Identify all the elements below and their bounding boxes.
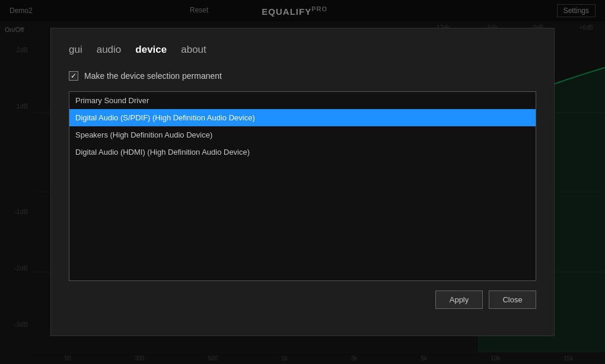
tab-device[interactable]: device: [135, 43, 167, 57]
permanent-selection-label: Make the device selection permanent: [84, 71, 222, 81]
device-item-spdif[interactable]: Digital Audio (S/PDIF) (High Definition …: [69, 109, 536, 126]
apply-button[interactable]: Apply: [435, 290, 483, 309]
device-item-hdmi[interactable]: Digital Audio (HDMI) (High Definition Au…: [69, 143, 536, 161]
tab-navigation: gui audio device about: [69, 43, 536, 57]
device-item-primary[interactable]: Primary Sound Driver: [69, 92, 536, 109]
permanent-selection-checkbox[interactable]: [69, 71, 78, 81]
settings-modal: gui audio device about Make the device s…: [50, 28, 555, 336]
device-list[interactable]: Primary Sound Driver Digital Audio (S/PD…: [69, 91, 536, 281]
modal-footer: Apply Close: [69, 290, 536, 309]
device-item-speakers[interactable]: Speakers (High Definition Audio Device): [69, 126, 536, 143]
tab-about[interactable]: about: [181, 43, 206, 57]
permanent-selection-row: Make the device selection permanent: [69, 71, 536, 81]
tab-gui[interactable]: gui: [69, 43, 82, 57]
close-button[interactable]: Close: [489, 290, 536, 309]
tab-audio[interactable]: audio: [97, 43, 122, 57]
modal-overlay: gui audio device about Make the device s…: [0, 0, 605, 364]
